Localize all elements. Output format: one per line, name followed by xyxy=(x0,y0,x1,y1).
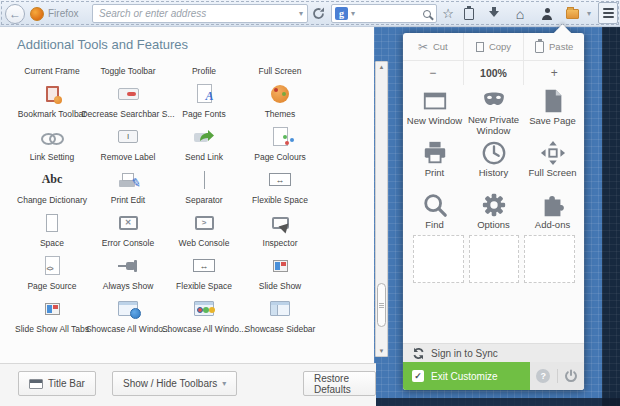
search-icon[interactable] xyxy=(423,10,431,18)
account-button[interactable] xyxy=(537,0,557,27)
scroll-up-icon[interactable]: ▲ xyxy=(376,62,387,72)
palette-item-link-setting[interactable]: Link Setting xyxy=(14,121,90,164)
print-icon xyxy=(422,140,448,166)
palette-item-print-edit[interactable]: ✎ Print Edit xyxy=(90,164,166,207)
edit-controls-row: ✂ Cut Copy Paste xyxy=(403,33,584,60)
print-edit-icon: ✎ xyxy=(119,173,137,187)
back-arrow-icon: ← xyxy=(5,4,25,24)
palette-item-showcase-all-windows-2[interactable]: Showcase All Windo... xyxy=(166,293,242,336)
exit-customize-button[interactable]: ✓ Exit Customize xyxy=(403,362,530,390)
palette-scrollbar[interactable]: ▲ ▼ xyxy=(375,61,388,357)
save-page-item[interactable]: Save Page xyxy=(523,85,582,137)
find-item[interactable]: Find xyxy=(405,189,464,241)
palette-item-current-frame[interactable]: Current Frame xyxy=(14,58,90,78)
person-icon xyxy=(541,8,553,20)
zoom-level[interactable]: 100% xyxy=(463,61,524,85)
showcase-windows-icon xyxy=(118,301,138,316)
page-fonts-icon: A xyxy=(197,84,212,103)
downloads-button[interactable] xyxy=(484,0,504,27)
reload-icon xyxy=(312,7,325,20)
palette-item-send-link[interactable]: Send Link xyxy=(166,121,242,164)
bookmark-star-button[interactable]: ☆ xyxy=(438,0,458,27)
palette-item-decrease-searchbar[interactable]: Decrease Searchbar S... xyxy=(90,78,166,121)
download-arrow-icon xyxy=(489,11,499,17)
palette-item-page-colours[interactable]: Page Colours xyxy=(242,121,318,164)
bookmarks-folder-button[interactable] xyxy=(562,0,582,27)
scrollbar-thumb[interactable] xyxy=(377,283,386,327)
send-link-icon xyxy=(194,129,214,145)
reload-button[interactable] xyxy=(311,6,326,21)
paste-button[interactable]: Paste xyxy=(523,33,584,60)
show-hide-toolbars-button[interactable]: Show / Hide Toolbars ▾ xyxy=(112,371,237,396)
scissors-icon: ✂ xyxy=(418,40,428,54)
palette-item-inspector[interactable]: Inspector xyxy=(242,207,318,250)
url-input[interactable] xyxy=(93,8,299,19)
palette-item-slide-show[interactable]: Slide Show xyxy=(242,250,318,293)
palette-item-showcase-all-windows-1[interactable]: Showcase All Windo... xyxy=(90,293,166,336)
palette-item-profile[interactable]: Profile xyxy=(166,58,242,78)
palette-item-error-console[interactable]: ✕ Error Console xyxy=(90,207,166,250)
palette-item-change-dictionary[interactable]: Abc Change Dictionary xyxy=(14,164,90,207)
palette-item-remove-label[interactable]: I Remove Label xyxy=(90,121,166,164)
full-screen-item[interactable]: Full Screen xyxy=(523,137,582,189)
restore-defaults-button[interactable]: Restore Defaults xyxy=(303,371,376,396)
palette-item-showcase-sidebar[interactable]: Showcase Sidebar xyxy=(242,293,318,336)
search-bar[interactable]: g ▾ xyxy=(331,4,437,23)
palette-item-page-fonts[interactable]: A Page Fonts xyxy=(166,78,242,121)
urlbar-dropdown-icon[interactable]: ▾ xyxy=(299,10,307,18)
palette-item-flexible-space-2[interactable]: ↔ Flexible Space xyxy=(166,250,242,293)
drop-placeholder[interactable] xyxy=(524,235,575,283)
page-source-icon: <> xyxy=(45,256,60,275)
search-engine-caret-icon[interactable]: ▾ xyxy=(351,10,355,18)
menu-panel: ✂ Cut Copy Paste − 100% + New Window xyxy=(403,33,584,390)
power-button[interactable] xyxy=(564,369,578,383)
remove-label-icon: I xyxy=(118,130,138,143)
palette-item-toggle-toolbar[interactable]: Toggle Toolbar xyxy=(90,58,166,78)
page-colours-icon xyxy=(273,127,288,146)
palette-item-space[interactable]: Space xyxy=(14,207,90,250)
hamburger-menu-button[interactable] xyxy=(598,2,618,24)
firefox-badge: Firefox xyxy=(30,0,79,27)
help-button[interactable]: ? xyxy=(536,369,550,383)
palette-item-themes[interactable]: Themes xyxy=(242,78,318,121)
customize-bottom-bar: Title Bar Show / Hide Toolbars ▾ Restore… xyxy=(0,363,376,406)
palette-item-full-screen[interactable]: Full Screen xyxy=(242,58,318,78)
new-private-window-item[interactable]: New Private Window xyxy=(464,85,523,137)
zoom-out-button[interactable]: − xyxy=(403,61,463,85)
palette-item-flexible-space[interactable]: ↔ Flexible Space xyxy=(242,164,318,207)
palette-item-web-console[interactable]: > Web Console xyxy=(166,207,242,250)
scroll-down-icon[interactable]: ▼ xyxy=(376,346,387,356)
new-window-item[interactable]: New Window xyxy=(405,85,464,137)
print-item[interactable]: Print xyxy=(405,137,464,189)
search-engine-icon[interactable]: g xyxy=(335,7,348,20)
palette-item-page-source[interactable]: <> Page Source xyxy=(14,250,90,293)
palette-item-slide-show-all-tabs[interactable]: Slide Show All Tabs xyxy=(14,293,90,336)
home-button[interactable]: ⌂ xyxy=(510,0,530,27)
url-bar[interactable]: ▾ xyxy=(92,4,308,23)
drop-placeholder[interactable] xyxy=(413,235,464,283)
zoom-in-button[interactable]: + xyxy=(523,61,584,85)
cut-button[interactable]: ✂ Cut xyxy=(403,33,463,60)
history-item[interactable]: History xyxy=(464,137,523,189)
firefox-icon xyxy=(30,7,44,21)
palette-item-separator[interactable]: Separator xyxy=(166,164,242,207)
sign-in-to-sync[interactable]: Sign in to Sync xyxy=(403,343,584,362)
save-page-icon xyxy=(540,88,566,114)
add-ons-item[interactable]: Add-ons xyxy=(523,189,582,241)
back-button[interactable]: ← xyxy=(5,0,25,27)
palette-item-bookmark-toolbar[interactable]: Bookmark Toolbar xyxy=(14,78,90,121)
caret-down-icon: ▾ xyxy=(222,380,226,388)
panel-menu-grid: New Window New Private Window Save Page … xyxy=(405,85,582,241)
title-bar-button[interactable]: Title Bar xyxy=(18,371,96,396)
palette-item-always-show[interactable]: Always Show xyxy=(90,250,166,293)
bookmarks-menu-button[interactable] xyxy=(459,0,479,27)
themes-icon xyxy=(271,85,289,103)
minus-icon: − xyxy=(429,66,436,80)
paste-icon xyxy=(535,41,544,53)
space-icon xyxy=(46,214,58,232)
copy-button[interactable]: Copy xyxy=(463,33,524,60)
drop-placeholder[interactable] xyxy=(469,235,520,283)
options-item[interactable]: Options xyxy=(464,189,523,241)
folder-caret-button[interactable]: ▾ xyxy=(583,0,595,27)
palette-grid: Current Frame Toggle Toolbar Profile Ful… xyxy=(14,58,366,336)
